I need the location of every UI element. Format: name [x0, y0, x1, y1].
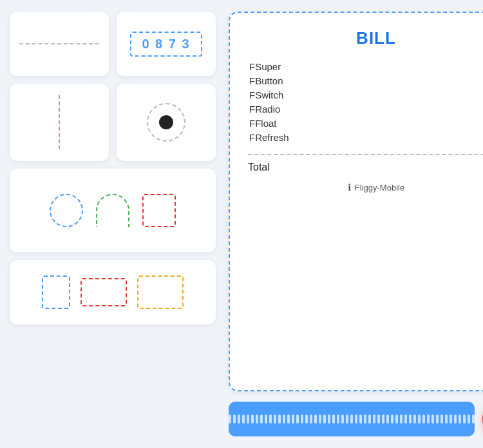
progress-dash	[346, 415, 348, 424]
progress-dash	[440, 415, 443, 424]
progress-dash	[413, 415, 416, 424]
horizontal-dashed-line	[19, 43, 99, 44]
progress-dash	[391, 415, 393, 424]
progress-dash	[395, 415, 398, 424]
progress-dash	[341, 415, 344, 424]
progress-dash	[445, 415, 448, 424]
progress-dash	[310, 415, 312, 424]
bill-row-frefresh: FRefresh 233	[249, 132, 483, 143]
arch-shape-green	[96, 194, 129, 227]
bill-footer: ℹ Fliggy-Mobile	[248, 182, 483, 192]
right-panel: BILL FSuper 306 FButton 58 FSwitch 43	[229, 12, 483, 436]
progress-dash	[459, 415, 461, 424]
row-3	[10, 169, 216, 252]
progress-dash	[305, 415, 308, 424]
vertical-dashed-line	[59, 95, 60, 149]
progress-dash	[292, 415, 294, 424]
progress-dash	[256, 415, 258, 424]
bill-row-fradio: FRadio 38	[249, 104, 483, 115]
progress-dash	[355, 415, 357, 424]
progress-dash	[359, 415, 362, 424]
progress-dash	[260, 415, 263, 424]
vertical-line-card	[10, 84, 109, 161]
progress-dash	[368, 415, 371, 424]
progress-dash	[463, 415, 466, 424]
progress-bar-card	[229, 402, 475, 436]
bill-footer-icon: ℹ	[348, 182, 351, 192]
progress-dash	[247, 415, 249, 424]
progress-dash	[450, 415, 452, 424]
bill-divider	[248, 154, 483, 155]
rect-blue-tall	[42, 275, 70, 309]
circle-shape-blue	[50, 194, 83, 227]
bill-row-ffloat: FFloat 108	[249, 118, 483, 129]
shapes-row3-inner	[10, 169, 216, 252]
progress-dash	[373, 415, 375, 424]
bill-label-fsuper: FSuper	[249, 61, 281, 72]
bill-label-frefresh: FRefresh	[249, 132, 289, 143]
radio-inner-dot	[159, 115, 173, 129]
bill-row-fbutton: FButton 58	[249, 75, 483, 86]
main-container: 0 8 7 3	[10, 12, 473, 436]
progress-dash	[269, 415, 272, 424]
shapes-card-row4	[10, 260, 216, 324]
progress-dash	[319, 415, 321, 424]
progress-dash	[323, 415, 326, 424]
bill-title: BILL	[248, 28, 483, 48]
progress-dash	[468, 415, 470, 424]
progress-dash	[382, 415, 384, 424]
progress-dash	[409, 415, 412, 424]
progress-dash	[242, 415, 245, 424]
bill-label-fswitch: FSwitch	[249, 89, 283, 100]
bill-row-fsuper: FSuper 306	[249, 61, 483, 72]
progress-dash	[427, 415, 430, 424]
progress-dash	[436, 415, 439, 424]
bill-row-fswitch: FSwitch 43	[249, 89, 483, 100]
progress-dash	[283, 415, 285, 424]
shapes-row4-inner	[10, 260, 216, 324]
row-2	[10, 84, 216, 161]
bill-card: BILL FSuper 306 FButton 58 FSwitch 43	[229, 12, 483, 391]
progress-dash	[238, 415, 240, 424]
bill-items-table: FSuper 306 FButton 58 FSwitch 43 FRadio …	[248, 60, 483, 147]
rect-shape-red	[142, 194, 176, 227]
dashed-line-card	[10, 12, 109, 76]
rect-red-wide	[80, 278, 127, 306]
radio-outer-circle	[147, 103, 185, 142]
progress-dash	[337, 415, 339, 424]
number-display: 0 8 7 3	[130, 32, 202, 57]
number-box-card: 0 8 7 3	[117, 12, 216, 76]
progress-dash	[278, 415, 281, 424]
progress-dash	[332, 415, 335, 424]
radio-card	[117, 84, 216, 161]
progress-dash	[251, 415, 254, 424]
progress-dash	[296, 415, 299, 424]
progress-dash	[422, 415, 425, 424]
progress-dash	[472, 415, 475, 424]
bill-total-label: Total	[248, 162, 270, 173]
rect-yellow	[137, 275, 184, 309]
bill-label-ffloat: FFloat	[249, 118, 277, 129]
progress-dash	[377, 415, 380, 424]
progress-dash	[364, 415, 366, 424]
progress-dashes	[229, 415, 475, 424]
bill-label-fradio: FRadio	[249, 104, 280, 115]
progress-dash	[454, 415, 457, 424]
progress-dash	[404, 415, 407, 424]
progress-dash	[350, 415, 353, 424]
progress-dash	[328, 415, 330, 424]
bill-total-row: Total 786	[248, 162, 483, 173]
bill-footer-text: Fliggy-Mobile	[355, 183, 404, 192]
bottom-row: Tread	[229, 402, 483, 436]
progress-dash	[400, 415, 402, 424]
progress-dash	[265, 415, 267, 424]
progress-dash	[314, 415, 317, 424]
progress-dash	[301, 415, 303, 424]
progress-dash	[233, 415, 236, 424]
progress-dash	[229, 415, 231, 424]
row-1: 0 8 7 3	[10, 12, 216, 76]
progress-dash	[431, 415, 434, 424]
left-panel: 0 8 7 3	[10, 12, 216, 436]
progress-dash	[418, 415, 421, 424]
shapes-card-row3	[10, 169, 216, 252]
